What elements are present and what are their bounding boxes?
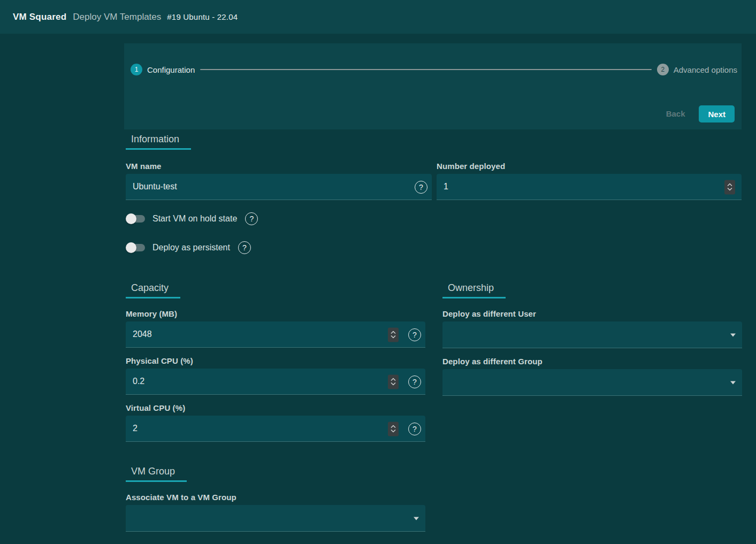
- deploy-persistent-row: Deploy as persistent ?: [126, 240, 742, 255]
- question-mark-glyph: ?: [413, 331, 417, 339]
- associate-vm-group-label: Associate VM to a VM Group: [126, 493, 425, 502]
- step-configuration: 1 Configuration: [131, 64, 195, 75]
- memory-field-group: Memory (MB) ?: [126, 309, 425, 348]
- deploy-group-field-group: Deploy as different Group: [442, 357, 742, 396]
- number-deployed-field-group: Number deployed: [437, 162, 742, 200]
- spin-down-icon: [391, 335, 396, 339]
- vm-name-label: VM name: [126, 162, 432, 171]
- deploy-group-label: Deploy as different Group: [442, 357, 742, 366]
- step-1-label: Configuration: [147, 65, 195, 74]
- deploy-group-select[interactable]: [442, 369, 742, 396]
- memory-label: Memory (MB): [126, 309, 425, 319]
- start-vm-on-hold-label: Start VM on hold state: [152, 214, 237, 224]
- toggle-knob: [126, 242, 136, 253]
- deploy-user-label: Deploy as different User: [442, 309, 742, 319]
- toggle-knob: [126, 213, 136, 224]
- spin-down-icon: [391, 382, 396, 386]
- section-capacity: Capacity Memory (MB) ? Physical CPU (%) …: [126, 282, 425, 450]
- deploy-user-field-group: Deploy as different User: [442, 309, 742, 348]
- vm-name-input[interactable]: [126, 174, 432, 200]
- question-mark-glyph: ?: [413, 378, 417, 386]
- deploy-user-select[interactable]: [442, 321, 742, 348]
- app-brand: VM Squared: [13, 12, 66, 22]
- physical-cpu-stepper-control[interactable]: [388, 374, 399, 389]
- number-deployed-input[interactable]: [437, 174, 742, 200]
- physical-cpu-label: Physical CPU (%): [126, 356, 425, 366]
- spin-up-icon: [391, 378, 396, 381]
- question-mark-glyph: ?: [249, 214, 254, 223]
- spin-down-icon: [391, 430, 396, 433]
- dropdown-caret-icon: [730, 333, 736, 336]
- virtual-cpu-label: Virtual CPU (%): [126, 403, 425, 413]
- deploy-as-persistent-toggle[interactable]: [126, 242, 146, 253]
- start-vm-on-hold-toggle[interactable]: [126, 213, 146, 224]
- question-mark-glyph: ?: [413, 425, 417, 433]
- step-2-number: 2: [661, 66, 665, 73]
- spin-up-icon: [391, 425, 396, 428]
- information-fields-row: VM name ? Number deployed: [126, 162, 742, 200]
- page-title: Deploy VM Templates: [73, 12, 161, 22]
- virtual-cpu-field-group: Virtual CPU (%) ?: [126, 403, 425, 442]
- section-title-ownership: Ownership: [442, 282, 506, 298]
- stepper-panel: 1 Configuration 2 Advanced options Back …: [124, 43, 742, 129]
- spin-down-icon: [727, 188, 732, 191]
- next-button[interactable]: Next: [699, 105, 735, 122]
- spin-up-icon: [391, 331, 396, 334]
- question-mark-glyph: ?: [419, 183, 423, 191]
- section-vm-group: VM Group Associate VM to a VM Group: [126, 466, 425, 540]
- question-mark-glyph: ?: [242, 243, 247, 252]
- template-reference: #19 Ubuntu - 22.04: [167, 12, 238, 21]
- virtual-cpu-input[interactable]: [126, 416, 425, 442]
- help-icon[interactable]: ?: [245, 212, 258, 225]
- number-deployed-input-wrap: [437, 174, 742, 200]
- vm-name-field-group: VM name ?: [126, 162, 432, 200]
- physical-cpu-input[interactable]: [126, 369, 425, 395]
- memory-input-wrap: ?: [126, 321, 425, 348]
- wizard-actions: Back Next: [661, 105, 735, 122]
- top-header-bar: VM Squared Deploy VM Templates #19 Ubunt…: [0, 0, 756, 34]
- step-advanced-options: 2 Advanced options: [657, 64, 737, 75]
- associate-vm-group-select[interactable]: [126, 505, 425, 532]
- step-1-circle: 1: [131, 64, 142, 75]
- section-title-capacity: Capacity: [126, 282, 180, 298]
- help-icon[interactable]: ?: [408, 423, 421, 435]
- help-icon[interactable]: ?: [408, 376, 421, 388]
- physical-cpu-input-wrap: ?: [126, 369, 425, 395]
- information-toggles: Start VM on hold state ? Deploy as persi…: [126, 211, 742, 255]
- step-2-circle: 2: [657, 64, 669, 75]
- number-deployed-label: Number deployed: [437, 162, 742, 171]
- associate-vm-group-field-group: Associate VM to a VM Group: [126, 493, 425, 532]
- deploy-as-persistent-label: Deploy as persistent: [152, 243, 230, 252]
- step-2-label: Advanced options: [674, 65, 737, 74]
- virtual-cpu-stepper-control[interactable]: [388, 422, 399, 436]
- physical-cpu-field-group: Physical CPU (%) ?: [126, 356, 425, 395]
- section-title-information: Information: [126, 134, 191, 150]
- virtual-cpu-input-wrap: ?: [126, 416, 425, 442]
- start-on-hold-row: Start VM on hold state ?: [126, 211, 742, 226]
- spin-up-icon: [727, 183, 732, 187]
- memory-stepper-control[interactable]: [388, 327, 399, 342]
- back-button[interactable]: Back: [661, 105, 691, 122]
- memory-input[interactable]: [126, 321, 425, 348]
- dropdown-caret-icon: [730, 381, 736, 384]
- section-information: Information VM name ? Number deployed: [126, 134, 742, 255]
- vm-name-input-wrap: ?: [126, 174, 432, 200]
- section-ownership: Ownership Deploy as different User Deplo…: [442, 282, 742, 404]
- number-stepper-control[interactable]: [724, 180, 735, 194]
- step-connector-line: [200, 69, 652, 70]
- dropdown-caret-icon: [414, 517, 419, 520]
- help-icon[interactable]: ?: [415, 181, 427, 194]
- help-icon[interactable]: ?: [408, 328, 421, 341]
- step-1-number: 1: [135, 66, 139, 73]
- stepper: 1 Configuration 2 Advanced options: [124, 43, 742, 75]
- section-title-vm-group: VM Group: [126, 466, 187, 482]
- help-icon[interactable]: ?: [238, 241, 251, 254]
